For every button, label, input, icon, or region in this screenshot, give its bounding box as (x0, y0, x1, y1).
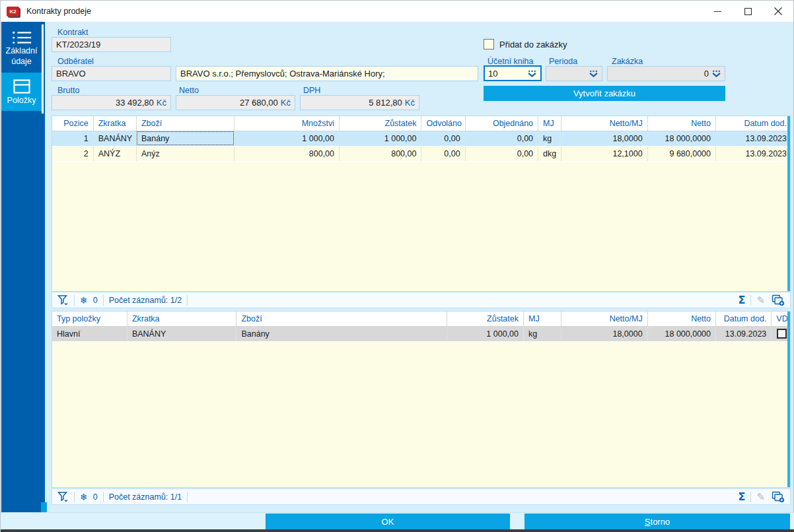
column-header-zkratka[interactable]: Zkratka (93, 116, 136, 131)
record-count-text: Počet záznamů: 1/1 (109, 492, 182, 502)
cell-zustatek[interactable]: 800,00 (340, 146, 421, 161)
copy-add-icon[interactable] (772, 294, 785, 306)
items-grid: Pozice Zkratka Zboží Množstvi Zůstatek O… (52, 116, 791, 292)
perioda-combo[interactable] (546, 66, 602, 81)
odberatel-label: Odběratel (57, 57, 94, 66)
storno-button[interactable]: Storno (524, 514, 790, 529)
edit-pencil-icon[interactable]: ✎ (756, 294, 765, 306)
window-title: Kontrakty prodeje (26, 7, 91, 16)
cell-zbozi-focused[interactable]: Banány (136, 131, 235, 146)
frozen-records-icon[interactable]: ❄ (80, 492, 88, 502)
storno-label-rest: torno (651, 517, 670, 527)
filter-icon[interactable] (57, 294, 69, 306)
column-header-mnozstvi[interactable]: Množstvi (235, 116, 340, 131)
edit-pencil-icon[interactable]: ✎ (756, 491, 765, 503)
table-row[interactable]: 2 ANÝZ Anýz 800,00 800,00 0,00 0,00 dkg … (52, 146, 791, 161)
column-header-zustatek[interactable]: Zůstatek (340, 116, 421, 131)
cell-netto-mj[interactable]: 12,1000 (561, 146, 647, 161)
sidebar-scroll-indicator[interactable] (41, 502, 47, 512)
frozen-records-icon[interactable]: ❄ (80, 295, 88, 306)
cell-mj[interactable]: kg (538, 131, 561, 146)
cell-mj[interactable]: kg (524, 326, 561, 341)
copy-add-icon[interactable] (772, 491, 785, 503)
column-header-datum-dod[interactable]: Datum dod. (716, 312, 772, 326)
odberatel-name-field[interactable]: BRAVO s.r.o.; Přemyslovců; Ostrava-Mariá… (176, 66, 478, 81)
cell-zkratka[interactable]: BANÁNY (93, 131, 136, 146)
dropdown-icon[interactable] (589, 70, 598, 77)
cell-zkratka[interactable]: ANÝZ (93, 146, 136, 161)
cell-zbozi[interactable]: Anýz (136, 146, 235, 161)
cell-pozice[interactable]: 1 (52, 131, 93, 146)
minimize-button[interactable] (702, 1, 733, 22)
ucetni-kniha-combo[interactable]: 10 (484, 65, 542, 81)
minimize-icon (714, 8, 721, 15)
table-row[interactable]: Hlavní BANÁNY Banány 1 000,00 kg 18,0000… (52, 326, 791, 341)
cell-objednano[interactable]: 0,00 (465, 146, 538, 161)
column-header-odvolano[interactable]: Odvoláno (421, 116, 465, 131)
column-header-typ-polozky[interactable]: Typ položky (52, 312, 127, 326)
sidebar-item-polozky[interactable]: Položky (1, 73, 42, 114)
zakazka-combo[interactable]: 0 (607, 66, 725, 81)
currency-label: Kč (157, 98, 166, 108)
kontrakt-field[interactable]: KT/2023/19 (52, 37, 171, 52)
sum-icon[interactable]: Σ (738, 490, 745, 503)
close-button[interactable] (763, 1, 793, 22)
netto-label: Netto (179, 86, 199, 95)
column-header-mj[interactable]: MJ (524, 312, 561, 326)
dph-field: 5 812,80 Kč (300, 95, 419, 110)
cell-netto[interactable]: 18 000,0000 (647, 326, 715, 341)
vytvorit-zakazku-button[interactable]: Vytvořit zakázku (484, 86, 725, 101)
cell-datum-dod[interactable]: 13.09.2023 (716, 326, 772, 341)
cell-netto[interactable]: 18 000,0000 (647, 131, 715, 146)
list-icon (11, 30, 33, 46)
dropdown-icon[interactable] (527, 70, 537, 77)
cell-mj[interactable]: dkg (538, 146, 561, 161)
grid-scrollbar[interactable] (787, 312, 790, 487)
column-header-zkratka[interactable]: Zkratka (127, 312, 236, 326)
cell-mnozstvi[interactable]: 800,00 (235, 146, 340, 161)
cell-odvolano[interactable]: 0,00 (421, 131, 465, 146)
column-header-zbozi[interactable]: Zboží (236, 312, 447, 326)
column-header-pozice[interactable]: Pozice (52, 116, 93, 131)
cell-netto-mj[interactable]: 18,0000 (561, 326, 647, 341)
column-header-netto[interactable]: Netto (647, 312, 715, 326)
sum-icon[interactable]: Σ (738, 294, 745, 306)
cell-zustatek[interactable]: 1 000,00 (340, 131, 421, 146)
column-header-datum-dod[interactable]: Datum dod. (716, 116, 791, 131)
sidebar-item-zakladni-udaje[interactable]: Základní údaje (1, 24, 42, 73)
cell-mnozstvi[interactable]: 1 000,00 (235, 131, 340, 146)
cell-netto[interactable]: 9 680,0000 (647, 146, 715, 161)
pridat-do-zakazky-checkbox[interactable] (484, 39, 494, 50)
vd-checkbox[interactable] (777, 329, 787, 339)
cell-zustatek[interactable]: 1 000,00 (447, 326, 523, 341)
cell-datum-dod[interactable]: 13.09.2023 (716, 146, 791, 161)
close-icon (774, 7, 782, 15)
column-header-zustatek[interactable]: Zůstatek (447, 312, 523, 326)
k2-app-icon: K2 (7, 7, 19, 17)
cell-objednano[interactable]: 0,00 (465, 131, 538, 146)
cell-zkratka[interactable]: BANÁNY (127, 326, 236, 341)
column-header-netto[interactable]: Netto (647, 116, 715, 131)
cell-typ-polozky[interactable]: Hlavní (52, 326, 127, 341)
brutto-value: 33 492,80 (116, 98, 154, 108)
statusbar-separator (187, 492, 188, 502)
cell-datum-dod[interactable]: 13.09.2023 (716, 131, 791, 146)
column-header-netto-mj[interactable]: Netto/MJ (561, 312, 647, 326)
maximize-button[interactable] (733, 1, 763, 22)
column-header-zbozi[interactable]: Zboží (136, 116, 235, 131)
column-header-mj[interactable]: MJ (538, 116, 561, 131)
grid-scrollbar[interactable] (787, 116, 790, 291)
cell-odvolano[interactable]: 0,00 (421, 146, 465, 161)
netto-field: 27 680,00 Kč (176, 95, 295, 110)
dropdown-icon[interactable] (711, 70, 721, 77)
column-header-netto-mj[interactable]: Netto/MJ (561, 116, 647, 131)
cell-pozice[interactable]: 2 (52, 146, 93, 161)
column-header-objednano[interactable]: Objednáno (465, 116, 538, 131)
ok-button[interactable]: OK (266, 514, 510, 529)
table-row[interactable]: 1 BANÁNY Banány 1 000,00 1 000,00 0,00 0… (52, 131, 791, 146)
odberatel-code-field[interactable]: BRAVO (52, 66, 171, 81)
cell-netto-mj[interactable]: 18,0000 (561, 131, 647, 146)
statusbar-separator (103, 295, 104, 306)
cell-zbozi[interactable]: Banány (236, 326, 447, 341)
filter-icon[interactable] (57, 491, 69, 502)
